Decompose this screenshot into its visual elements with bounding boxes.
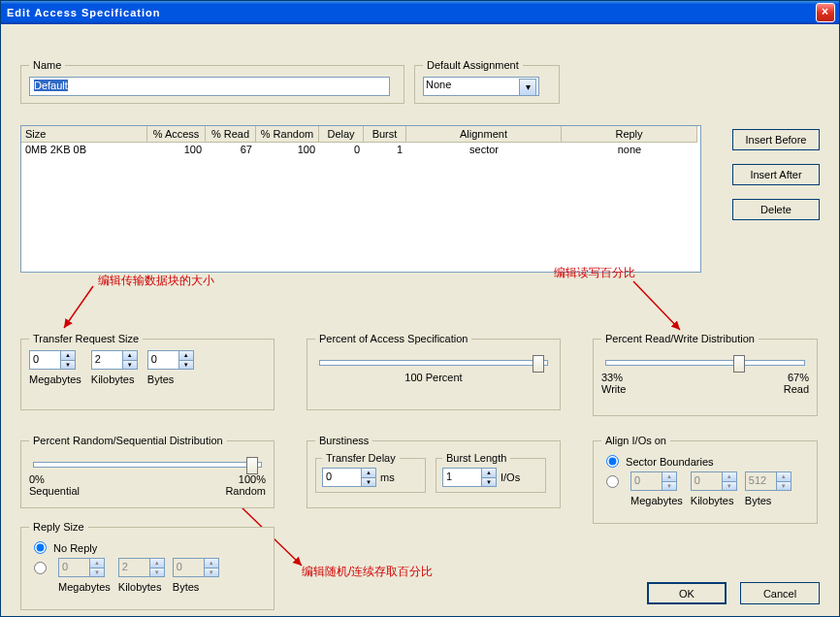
spin-up-icon[interactable]: ▲ xyxy=(122,351,137,360)
rs-left-val: 0% xyxy=(29,473,80,485)
spin-down-icon[interactable]: ▼ xyxy=(178,360,193,370)
delete-button[interactable]: Delete xyxy=(732,199,820,220)
name-input[interactable]: Default xyxy=(29,77,390,96)
titlebar[interactable]: Edit Access Specification × xyxy=(1,1,839,24)
cell-random: 100 xyxy=(256,143,319,156)
trs-mb-label: Megabytes xyxy=(29,373,81,385)
default-assignment-group: Default Assignment None xyxy=(414,59,560,104)
insert-before-button[interactable]: Insert Before xyxy=(732,129,820,150)
transfer-delay-spinner[interactable]: 0▲▼ xyxy=(322,468,376,487)
col-access[interactable]: % Access xyxy=(147,126,206,143)
spin-down-icon: ▼ xyxy=(89,568,104,577)
spin-up-icon[interactable]: ▲ xyxy=(361,469,375,477)
align-kb-spinner: 0▲▼ xyxy=(691,471,737,491)
align-io-label: Align I/Os on xyxy=(601,435,670,446)
slider-thumb[interactable] xyxy=(246,457,258,474)
default-assignment-select[interactable]: None xyxy=(423,77,539,96)
slider-thumb[interactable] xyxy=(733,355,745,373)
name-value: Default xyxy=(34,80,68,91)
col-read[interactable]: % Read xyxy=(206,126,256,143)
spin-down-icon: ▼ xyxy=(204,568,218,577)
rs-right-val: 100% xyxy=(225,473,266,485)
slider-thumb[interactable] xyxy=(533,355,544,373)
spin-down-icon: ▼ xyxy=(149,568,164,577)
table-row[interactable]: 0MB 2KB 0B 100 67 100 0 1 sector none xyxy=(21,143,700,156)
burst-length-group: Burst Length 1▲▼ I/Os xyxy=(436,452,546,493)
spin-down-icon[interactable]: ▼ xyxy=(481,477,496,487)
spin-down-icon[interactable]: ▼ xyxy=(122,360,137,370)
cell-reply: none xyxy=(562,143,697,156)
reply-b-label: Bytes xyxy=(173,581,219,593)
rs-left-label: Sequential xyxy=(29,485,80,497)
spin-down-icon[interactable]: ▼ xyxy=(60,360,75,370)
insert-after-button[interactable]: Insert After xyxy=(732,164,820,185)
col-random[interactable]: % Random xyxy=(256,126,319,143)
spin-up-icon: ▲ xyxy=(662,472,676,481)
spin-up-icon: ▲ xyxy=(204,559,218,568)
trs-kb-spinner[interactable]: 2▲▼ xyxy=(91,350,138,370)
random-seq-label: Percent Random/Sequential Distribution xyxy=(29,435,227,446)
spin-down-icon: ▼ xyxy=(722,481,736,491)
ok-button[interactable]: OK xyxy=(647,582,727,604)
col-burst[interactable]: Burst xyxy=(364,126,406,143)
radio-custom-align[interactable] xyxy=(606,475,619,488)
name-label: Name xyxy=(29,59,65,71)
svg-line-1 xyxy=(633,281,680,330)
percent-access-spec-group: Percent of Access Specification 100 Perc… xyxy=(307,333,561,410)
burst-length-label: Burst Length xyxy=(442,452,510,464)
rw-right-label: Read xyxy=(784,383,809,395)
spin-up-icon[interactable]: ▲ xyxy=(60,351,75,360)
transfer-request-label: Transfer Request Size xyxy=(29,333,143,344)
rw-right-val: 67% xyxy=(784,372,809,383)
col-delay[interactable]: Delay xyxy=(319,126,364,143)
reply-b-spinner: 0▲▼ xyxy=(173,558,219,577)
annotation-transfer-size: 编辑传输数据块的大小 xyxy=(98,273,214,289)
spin-up-icon: ▲ xyxy=(89,559,104,568)
align-b-label: Bytes xyxy=(745,495,792,506)
percent-access-slider[interactable] xyxy=(319,360,548,366)
no-reply-label: No Reply xyxy=(53,542,97,554)
radio-custom-reply[interactable] xyxy=(34,562,47,574)
burstiness-label: Burstiness xyxy=(315,435,372,446)
dialog-window: Edit Access Specification × Name Default… xyxy=(0,0,840,617)
annotation-read-write: 编辑读写百分比 xyxy=(554,265,635,281)
table-header: Size % Access % Read % Random Delay Burs… xyxy=(21,126,700,143)
spec-table[interactable]: Size % Access % Read % Random Delay Burs… xyxy=(20,125,701,273)
spin-up-icon[interactable]: ▲ xyxy=(481,469,496,477)
spin-up-icon: ▲ xyxy=(149,559,164,568)
burst-length-spinner[interactable]: 1▲▼ xyxy=(442,468,497,487)
radio-no-reply[interactable] xyxy=(34,541,47,554)
arrow-icon xyxy=(59,284,98,333)
rw-left-label: Write xyxy=(601,383,626,395)
reply-size-group: Reply Size No Reply 0▲▼ Megabytes 2▲▼ Ki… xyxy=(20,521,275,610)
burst-length-unit: I/Os xyxy=(501,471,520,483)
align-mb-label: Megabytes xyxy=(630,495,683,506)
col-align[interactable]: Alignment xyxy=(406,126,562,143)
spin-down-icon: ▼ xyxy=(776,481,791,491)
rw-left-val: 33% xyxy=(601,372,626,383)
spin-up-icon: ▲ xyxy=(722,472,736,481)
default-assignment-label: Default Assignment xyxy=(423,59,523,71)
default-assignment-value: None xyxy=(426,79,451,90)
col-reply[interactable]: Reply xyxy=(562,126,697,143)
cell-burst: 1 xyxy=(364,143,406,156)
cell-access: 100 xyxy=(147,143,206,156)
align-io-group: Align I/Os on Sector Boundaries 0▲▼ Mega… xyxy=(593,435,818,524)
transfer-request-size-group: Transfer Request Size 0▲▼ Megabytes 2▲▼ … xyxy=(20,333,275,410)
trs-b-label: Bytes xyxy=(147,373,194,385)
trs-mb-spinner[interactable]: 0▲▼ xyxy=(29,350,76,370)
spin-up-icon[interactable]: ▲ xyxy=(178,351,193,360)
spin-down-icon[interactable]: ▼ xyxy=(361,477,375,487)
read-write-slider[interactable] xyxy=(605,360,805,366)
reply-size-label: Reply Size xyxy=(29,521,88,533)
random-seq-slider[interactable] xyxy=(33,462,262,468)
spin-up-icon: ▲ xyxy=(776,472,791,481)
radio-sector-boundaries[interactable] xyxy=(606,455,619,468)
arrow-icon xyxy=(631,276,690,335)
trs-b-spinner[interactable]: 0▲▼ xyxy=(147,350,194,370)
col-size[interactable]: Size xyxy=(21,126,147,143)
cancel-button[interactable]: Cancel xyxy=(740,582,820,604)
transfer-delay-unit: ms xyxy=(380,471,395,483)
close-icon[interactable]: × xyxy=(816,3,835,22)
cell-align: sector xyxy=(406,143,562,156)
